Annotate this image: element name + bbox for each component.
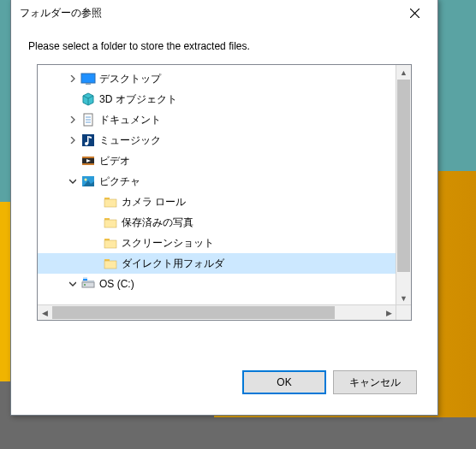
scroll-right-button[interactable]: ▶ bbox=[382, 305, 396, 320]
svg-rect-29 bbox=[82, 281, 94, 282]
tree-item[interactable]: デスクトップ bbox=[38, 68, 411, 89]
tree-item[interactable]: カメラ ロール bbox=[38, 192, 411, 212]
drive-icon bbox=[80, 276, 96, 292]
tree-item-label: デスクトップ bbox=[99, 72, 166, 86]
tree-item-label: ダイレクト用フォルダ bbox=[122, 257, 229, 271]
horizontal-scroll-thumb[interactable] bbox=[52, 306, 335, 319]
chevron-right-icon[interactable] bbox=[67, 137, 79, 144]
dialog-button-bar: OK キャンセル bbox=[11, 321, 437, 415]
scrollbar-corner bbox=[396, 304, 411, 320]
music-icon bbox=[80, 133, 96, 148]
desktop-icon bbox=[80, 71, 96, 86]
chevron-down-icon[interactable] bbox=[67, 281, 79, 287]
svg-rect-27 bbox=[104, 261, 116, 269]
folder-icon bbox=[103, 235, 118, 251]
tree-item[interactable]: ミュージック bbox=[38, 130, 411, 151]
folder-tree-container: デスクトップ3D オブジェクトドキュメントミュージックビデオピクチャカメラ ロー… bbox=[37, 64, 412, 321]
folder-icon bbox=[103, 194, 118, 210]
window-title: フォルダーの参照 bbox=[20, 6, 102, 21]
tree-item-label: ドキュメント bbox=[99, 113, 166, 127]
tree-item[interactable]: ビデオ bbox=[38, 151, 411, 171]
close-button[interactable] bbox=[396, 1, 432, 25]
chevron-down-icon[interactable] bbox=[67, 178, 79, 185]
folder-tree[interactable]: デスクトップ3D オブジェクトドキュメントミュージックビデオピクチャカメラ ロー… bbox=[38, 65, 411, 320]
vertical-scrollbar[interactable]: ▲ ▼ bbox=[396, 65, 411, 305]
svg-rect-21 bbox=[104, 199, 116, 207]
tree-item-label: 3D オブジェクト bbox=[99, 92, 182, 107]
tree-item[interactable]: ダイレクト用フォルダ bbox=[38, 253, 411, 274]
cancel-button[interactable]: キャンセル bbox=[333, 370, 417, 394]
pictures-icon bbox=[80, 174, 96, 189]
svg-point-18 bbox=[85, 179, 87, 181]
titlebar: フォルダーの参照 bbox=[11, 0, 437, 27]
tree-item[interactable]: 3D オブジェクト bbox=[38, 89, 411, 109]
scroll-down-button[interactable]: ▼ bbox=[396, 291, 411, 305]
tree-item[interactable]: 保存済みの写真 bbox=[38, 212, 411, 233]
folder-browse-dialog: フォルダーの参照 Please select a folder to store… bbox=[10, 0, 438, 416]
tree-item-label: OS (C:) bbox=[99, 278, 140, 290]
folder-icon bbox=[103, 256, 118, 271]
chevron-right-icon[interactable] bbox=[67, 75, 79, 82]
svg-rect-14 bbox=[82, 157, 94, 158]
svg-rect-32 bbox=[83, 277, 87, 279]
svg-rect-2 bbox=[81, 74, 95, 83]
desktop-wallpaper: フォルダーの参照 Please select a folder to store… bbox=[0, 0, 476, 449]
scroll-up-button[interactable]: ▲ bbox=[396, 65, 411, 80]
videos-icon bbox=[80, 153, 96, 168]
objects3d-icon bbox=[80, 92, 96, 107]
svg-rect-3 bbox=[86, 83, 91, 85]
svg-rect-15 bbox=[82, 163, 94, 165]
tree-item[interactable]: ドキュメント bbox=[38, 109, 411, 130]
tree-item-label: カメラ ロール bbox=[122, 195, 191, 210]
folder-icon bbox=[103, 215, 118, 230]
tree-item[interactable]: スクリーンショット bbox=[38, 233, 411, 253]
scroll-left-button[interactable]: ◀ bbox=[38, 305, 52, 320]
svg-point-30 bbox=[84, 284, 86, 286]
close-icon bbox=[410, 9, 419, 18]
horizontal-scrollbar[interactable]: ◀ ▶ bbox=[38, 304, 396, 320]
vertical-scroll-thumb[interactable] bbox=[397, 80, 410, 272]
tree-item-label: ピクチャ bbox=[99, 174, 146, 189]
ok-button[interactable]: OK bbox=[242, 370, 326, 394]
tree-item-label: ビデオ bbox=[99, 154, 135, 168]
tree-item-label: 保存済みの写真 bbox=[122, 216, 199, 230]
tree-item-label: ミュージック bbox=[99, 133, 166, 148]
tree-item-label: スクリーンショット bbox=[122, 236, 219, 251]
svg-rect-25 bbox=[104, 240, 116, 248]
chevron-right-icon[interactable] bbox=[67, 116, 79, 123]
svg-rect-31 bbox=[83, 279, 87, 281]
instruction-text: Please select a folder to store the extr… bbox=[11, 27, 437, 64]
svg-rect-12 bbox=[87, 136, 89, 144]
tree-item[interactable]: OS (C:) bbox=[38, 274, 411, 294]
documents-icon bbox=[80, 112, 96, 127]
svg-rect-23 bbox=[104, 220, 116, 227]
tree-item[interactable]: ピクチャ bbox=[38, 171, 411, 192]
